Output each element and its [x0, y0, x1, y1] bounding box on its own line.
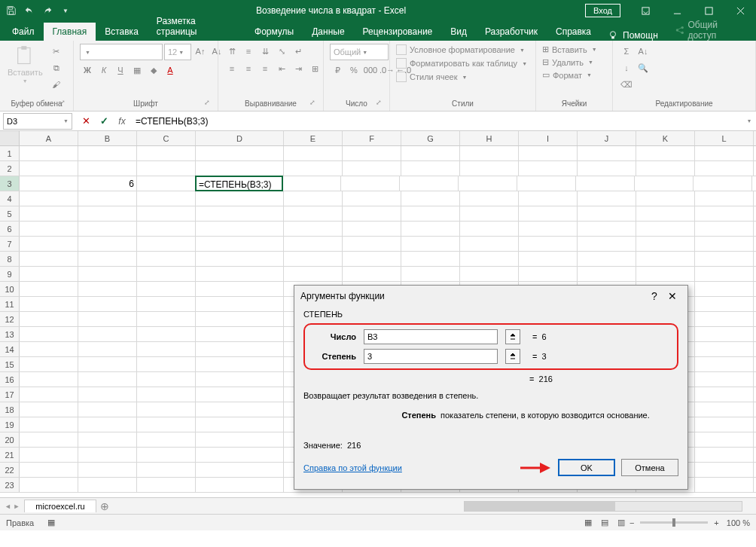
cell[interactable]	[695, 372, 754, 387]
cell[interactable]	[78, 222, 137, 236]
cell[interactable]	[636, 191, 695, 206]
cell[interactable]	[78, 357, 137, 371]
cell[interactable]	[196, 297, 284, 311]
qat-dropdown-icon[interactable]: ▼	[57, 2, 74, 19]
cell[interactable]	[20, 267, 78, 281]
tab-developer[interactable]: Разработчик	[476, 23, 547, 41]
cell[interactable]	[196, 402, 284, 417]
cell[interactable]	[196, 161, 284, 176]
tab-help[interactable]: Справка	[547, 23, 600, 41]
cell-styles-button[interactable]: Стили ячеек▼	[396, 71, 467, 83]
col-header[interactable]: A	[20, 131, 78, 145]
ok-button[interactable]: OK	[558, 459, 615, 476]
cell[interactable]	[78, 478, 137, 492]
cell[interactable]	[196, 267, 284, 281]
cell[interactable]	[401, 161, 460, 176]
tab-view[interactable]: Вид	[441, 23, 476, 41]
cell[interactable]	[578, 161, 636, 176]
row-header[interactable]: 9	[0, 267, 20, 281]
number-launcher-icon[interactable]: ⤢	[374, 99, 383, 108]
row-header[interactable]: 23	[0, 478, 20, 492]
cell[interactable]	[196, 282, 284, 296]
col-header[interactable]: I	[519, 131, 578, 145]
row-header[interactable]: 21	[0, 448, 20, 462]
cell[interactable]	[636, 206, 695, 221]
cell[interactable]	[78, 448, 137, 462]
accounting-icon[interactable]: ₽	[330, 63, 345, 78]
cell[interactable]	[576, 176, 635, 191]
row-header[interactable]: 5	[0, 206, 20, 221]
cell[interactable]	[519, 252, 578, 266]
decrease-indent-icon[interactable]: ⇤	[274, 61, 289, 76]
cell[interactable]	[78, 327, 137, 341]
cell[interactable]	[196, 222, 284, 236]
zoom-out-icon[interactable]: −	[629, 518, 634, 527]
cell[interactable]	[460, 222, 519, 236]
cell[interactable]	[78, 146, 137, 160]
clipboard-launcher-icon[interactable]: ⤢	[58, 99, 67, 108]
cell[interactable]	[20, 237, 78, 251]
cell[interactable]	[284, 252, 343, 266]
cell[interactable]	[20, 372, 78, 387]
copy-icon[interactable]: ⧉	[49, 60, 64, 75]
cell[interactable]	[137, 478, 196, 492]
font-color-icon[interactable]: A	[163, 63, 178, 78]
cell[interactable]	[343, 237, 401, 251]
cell[interactable]	[695, 191, 754, 206]
cell[interactable]	[20, 146, 78, 160]
cell[interactable]	[78, 417, 137, 432]
col-header[interactable]: C	[137, 131, 196, 145]
cell[interactable]	[284, 146, 343, 160]
cell[interactable]	[400, 176, 459, 191]
horizontal-scrollbar[interactable]	[464, 501, 742, 512]
maximize-icon[interactable]	[693, 0, 724, 21]
cell[interactable]	[636, 146, 695, 160]
page-layout-view-icon[interactable]: ▤	[596, 516, 613, 530]
cell[interactable]	[20, 161, 78, 176]
cell[interactable]	[578, 222, 636, 236]
cell[interactable]	[137, 297, 196, 311]
cell[interactable]: =СТЕПЕНЬ(B3;3)	[195, 176, 283, 191]
cell[interactable]	[137, 402, 196, 417]
bold-button[interactable]: Ж	[80, 63, 95, 78]
cell[interactable]	[20, 206, 78, 221]
tab-formulas[interactable]: Формулы	[245, 23, 303, 41]
cell[interactable]	[78, 282, 137, 296]
cell[interactable]	[578, 206, 636, 221]
cell[interactable]	[343, 222, 401, 236]
cell[interactable]	[401, 191, 460, 206]
font-name-combo[interactable]: ▼	[80, 44, 163, 60]
cell[interactable]	[196, 206, 284, 221]
cell[interactable]	[282, 176, 341, 191]
row-header[interactable]: 12	[0, 312, 20, 326]
tab-home[interactable]: Главная	[44, 23, 96, 41]
cell[interactable]	[20, 327, 78, 341]
cell[interactable]	[137, 372, 196, 387]
cell[interactable]	[695, 312, 754, 326]
cell[interactable]	[137, 206, 196, 221]
fill-color-icon[interactable]: ◆	[146, 63, 161, 78]
tab-insert[interactable]: Вставка	[96, 23, 148, 41]
sheet-nav[interactable]: ◄ ►	[0, 503, 24, 510]
cell[interactable]	[401, 146, 460, 160]
cell[interactable]	[196, 448, 284, 462]
save-icon[interactable]	[3, 2, 20, 19]
cell[interactable]	[519, 267, 578, 281]
increase-indent-icon[interactable]: ⇥	[291, 61, 306, 76]
row-header[interactable]: 22	[0, 463, 20, 477]
cell[interactable]	[519, 222, 578, 236]
cell[interactable]	[137, 432, 196, 447]
number-format-combo[interactable]: Общий▼	[330, 44, 389, 60]
row-header[interactable]: 2	[0, 161, 20, 176]
cell[interactable]	[137, 222, 196, 236]
cell[interactable]	[460, 191, 519, 206]
cell[interactable]	[401, 267, 460, 281]
close-icon[interactable]	[724, 0, 756, 21]
arg1-input[interactable]	[364, 329, 498, 344]
row-header[interactable]: 1	[0, 146, 20, 160]
cell[interactable]	[343, 161, 401, 176]
align-center-icon[interactable]: ≡	[241, 61, 256, 76]
cell[interactable]	[636, 161, 695, 176]
cell[interactable]	[284, 237, 343, 251]
normal-view-icon[interactable]: ▦	[580, 516, 596, 530]
